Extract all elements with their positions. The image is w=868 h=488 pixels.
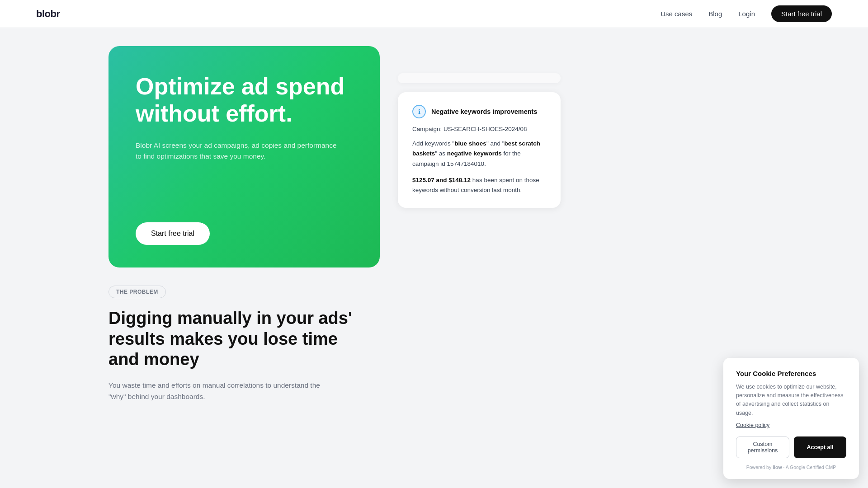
custom-permissions-button[interactable]: Custom permissions bbox=[736, 436, 789, 458]
cookie-title: Your Cookie Preferences bbox=[736, 370, 846, 377]
problem-title: Digging manually in your ads' results ma… bbox=[108, 308, 362, 370]
ai-card-header: ℹ Negative keywords improvements bbox=[412, 105, 546, 118]
info-icon: ℹ bbox=[412, 105, 426, 118]
ai-card-footer: $125.07 and $148.12 has been spent on th… bbox=[412, 175, 546, 196]
spend-amount: $125.07 and $148.12 bbox=[412, 177, 471, 183]
hero-card: Optimize ad spend without effort. Blobr … bbox=[108, 46, 380, 267]
ai-card-partial bbox=[398, 73, 561, 83]
cookie-policy-link[interactable]: Cookie policy bbox=[736, 422, 846, 428]
keyword1: blue shoes bbox=[454, 140, 486, 147]
problem-description: You waste time and efforts on manual cor… bbox=[108, 380, 335, 403]
cookie-banner: Your Cookie Preferences We use cookies t… bbox=[723, 358, 859, 479]
nav-start-trial-button[interactable]: Start free trial bbox=[771, 5, 832, 22]
nav-use-cases[interactable]: Use cases bbox=[660, 10, 692, 18]
cookie-buttons: Custom permissions Accept all bbox=[736, 436, 846, 458]
nav-login[interactable]: Login bbox=[738, 10, 755, 18]
main-content: Optimize ad spend without effort. Blobr … bbox=[72, 28, 796, 267]
navbar: blobr Use cases Blog Login Start free tr… bbox=[0, 0, 868, 28]
hero-title: Optimize ad spend without effort. bbox=[136, 73, 353, 127]
negative-keywords-label: negative keywords bbox=[447, 150, 502, 157]
cookie-powered: Powered by ilow · A Google Certified CMP bbox=[736, 465, 846, 470]
accept-all-button[interactable]: Accept all bbox=[794, 436, 846, 458]
problem-badge: THE PROBLEM bbox=[108, 286, 166, 298]
ai-card-title: Negative keywords improvements bbox=[431, 108, 538, 115]
right-side: ℹ Negative keywords improvements Campaig… bbox=[398, 46, 760, 267]
nav-links: Use cases Blog Login Start free trial bbox=[660, 5, 832, 22]
hero-start-trial-button[interactable]: Start free trial bbox=[136, 222, 210, 245]
lower-section: THE PROBLEM Digging manually in your ads… bbox=[72, 267, 796, 402]
hero-description: Blobr AI screens your ad campaigns, ad c… bbox=[136, 140, 344, 163]
powered-brand-link[interactable]: ilow bbox=[773, 465, 782, 470]
ai-card-body: Add keywords "blue shoes" and "best scra… bbox=[412, 139, 546, 169]
logo: blobr bbox=[36, 8, 60, 20]
ai-card-campaign: Campaign: US-SEARCH-SHOES-2024/08 bbox=[412, 126, 546, 132]
ai-recommendation-card: ℹ Negative keywords improvements Campaig… bbox=[398, 92, 561, 208]
nav-blog[interactable]: Blog bbox=[708, 10, 722, 18]
cookie-text: We use cookies to optimize our website, … bbox=[736, 383, 846, 418]
